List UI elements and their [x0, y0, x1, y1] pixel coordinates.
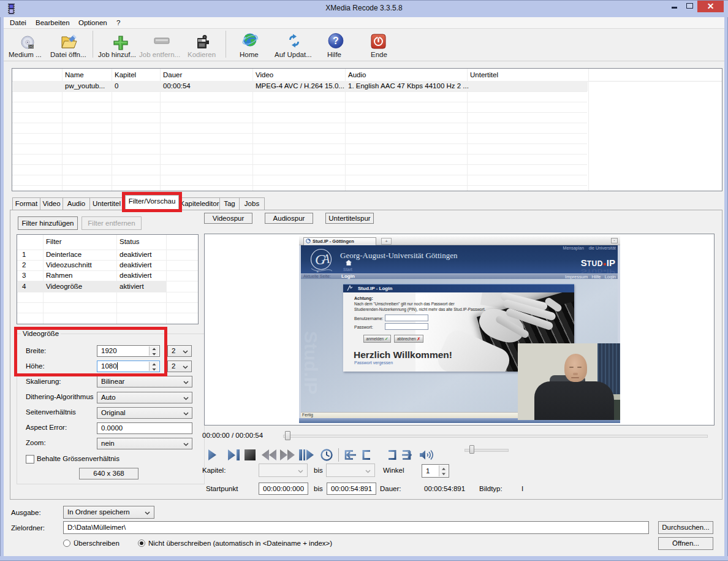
svg-text:?: ?	[333, 36, 339, 46]
svg-text:DVD: DVD	[28, 45, 34, 48]
svg-text:A: A	[321, 252, 330, 265]
